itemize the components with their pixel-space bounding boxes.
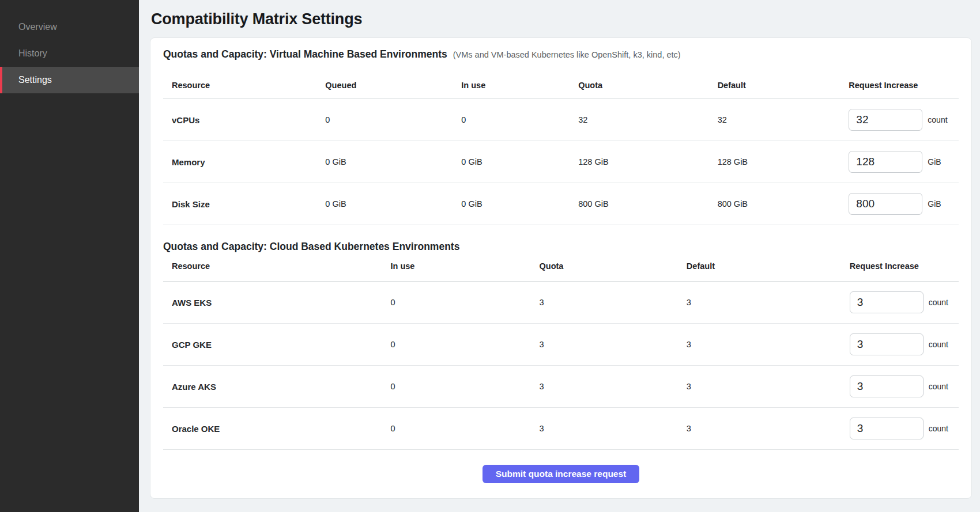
cell-value: 0 GiB	[316, 141, 453, 183]
cell-value: 3	[678, 366, 841, 408]
submit-quota-button[interactable]: Submit quota increase request	[483, 465, 640, 483]
cell-value: 0	[453, 99, 570, 141]
sidebar-item-label: History	[18, 48, 47, 59]
request-increase-control: GiB	[849, 193, 959, 215]
column-header: Request Increase	[840, 62, 959, 99]
section-title: Quotas and Capacity: Cloud Based Kuberne…	[163, 240, 459, 253]
cell-value: 3	[531, 366, 678, 408]
sidebar: Overview History Settings	[0, 0, 139, 512]
column-header: Request Increase	[841, 253, 959, 282]
resource-label: Memory	[163, 141, 316, 183]
table-header-row: ResourceQueuedIn useQuotaDefaultRequest …	[163, 62, 959, 99]
cell-value: 128 GiB	[709, 141, 840, 183]
unit-label: count	[929, 298, 948, 307]
table-row: Azure AKS033count	[163, 366, 959, 408]
cell-value: 3	[531, 408, 678, 450]
settings-card: Quotas and Capacity: Virtual Machine Bas…	[150, 37, 972, 499]
cell-value: 3	[678, 282, 841, 324]
resource-label: GCP GKE	[163, 324, 382, 366]
column-header: In use	[453, 62, 570, 99]
section-vm-environments: Quotas and Capacity: Virtual Machine Bas…	[163, 47, 959, 225]
section-cloud-kubernetes: Quotas and Capacity: Cloud Based Kuberne…	[163, 240, 959, 450]
column-header: Quota	[531, 253, 678, 282]
app-root: Overview History Settings Compatibility …	[0, 0, 980, 512]
cell-value: 0	[382, 324, 531, 366]
table-row: Memory0 GiB0 GiB128 GiB128 GiBGiB	[163, 141, 959, 183]
resource-label: AWS EKS	[163, 282, 382, 324]
card-footer: Submit quota increase request	[163, 450, 959, 483]
cell-value: 0	[316, 99, 453, 141]
sidebar-item-label: Overview	[18, 22, 57, 32]
cell-value: 800 GiB	[570, 183, 708, 225]
request-increase-control: GiB	[849, 151, 959, 173]
cell-value: 128 GiB	[570, 141, 708, 183]
request-increase-input[interactable]	[849, 193, 922, 215]
section-subtitle: (VMs and VM-based Kubernetes like OpenSh…	[453, 48, 681, 62]
column-header: Quota	[570, 62, 708, 99]
cell-value: 0 GiB	[316, 183, 453, 225]
resource-label: Disk Size	[163, 183, 316, 225]
table-row: vCPUs003232count	[163, 99, 959, 141]
unit-label: count	[929, 340, 948, 349]
unit-label: count	[928, 115, 947, 124]
unit-label: count	[929, 424, 948, 433]
request-increase-control: count	[850, 376, 959, 397]
table-row: Oracle OKE033count	[163, 408, 959, 450]
request-increase-input[interactable]	[849, 151, 922, 173]
column-header: In use	[382, 253, 531, 282]
column-header: Resource	[163, 253, 382, 282]
column-header: Default	[678, 253, 841, 282]
table-row: Disk Size0 GiB0 GiB800 GiB800 GiBGiB	[163, 183, 959, 225]
sidebar-item-label: Settings	[18, 75, 52, 85]
column-header: Resource	[163, 62, 316, 99]
cell-value: 32	[709, 99, 840, 141]
page-title: Compatibility Matrix Settings	[151, 8, 972, 30]
table-header-row: ResourceIn useQuotaDefaultRequest Increa…	[163, 253, 959, 282]
sidebar-item-overview[interactable]: Overview	[0, 14, 139, 40]
sidebar-nav: Overview History Settings	[0, 14, 139, 93]
cell-value: 0 GiB	[453, 183, 570, 225]
request-increase-control: count	[850, 418, 959, 439]
section-header: Quotas and Capacity: Cloud Based Kuberne…	[163, 240, 959, 253]
unit-label: GiB	[928, 199, 941, 208]
request-increase-input[interactable]	[850, 333, 924, 355]
cell-value: 3	[678, 408, 841, 450]
active-indicator-bar	[0, 67, 2, 93]
cell-value: 3	[531, 324, 678, 366]
request-increase-input[interactable]	[850, 418, 924, 439]
cell-value: 32	[570, 99, 708, 141]
table-row: GCP GKE033count	[163, 324, 959, 366]
table-row: AWS EKS033count	[163, 282, 959, 324]
unit-label: count	[929, 382, 948, 391]
cell-value: 0	[382, 282, 531, 324]
request-increase-input[interactable]	[850, 291, 924, 313]
cloud-quota-table: ResourceIn useQuotaDefaultRequest Increa…	[163, 253, 959, 450]
unit-label: GiB	[928, 157, 941, 166]
main-content: Compatibility Matrix Settings Quotas and…	[139, 0, 980, 512]
request-increase-input[interactable]	[849, 109, 922, 131]
cell-value: 800 GiB	[709, 183, 840, 225]
cell-value: 0	[382, 366, 531, 408]
cell-value: 0	[382, 408, 531, 450]
resource-label: vCPUs	[163, 99, 316, 141]
section-header: Quotas and Capacity: Virtual Machine Bas…	[163, 47, 959, 62]
column-header: Queued	[316, 62, 453, 99]
vm-quota-table: ResourceQueuedIn useQuotaDefaultRequest …	[163, 62, 959, 225]
request-increase-control: count	[850, 333, 959, 355]
sidebar-item-settings[interactable]: Settings	[0, 67, 139, 93]
cell-value: 0 GiB	[453, 141, 570, 183]
request-increase-control: count	[850, 291, 959, 313]
resource-label: Azure AKS	[163, 366, 382, 408]
cell-value: 3	[531, 282, 678, 324]
request-increase-input[interactable]	[850, 376, 924, 397]
column-header: Default	[709, 62, 840, 99]
resource-label: Oracle OKE	[163, 408, 382, 450]
sidebar-item-history[interactable]: History	[0, 40, 139, 67]
section-title: Quotas and Capacity: Virtual Machine Bas…	[163, 47, 447, 61]
request-increase-control: count	[849, 109, 959, 131]
cell-value: 3	[678, 324, 841, 366]
